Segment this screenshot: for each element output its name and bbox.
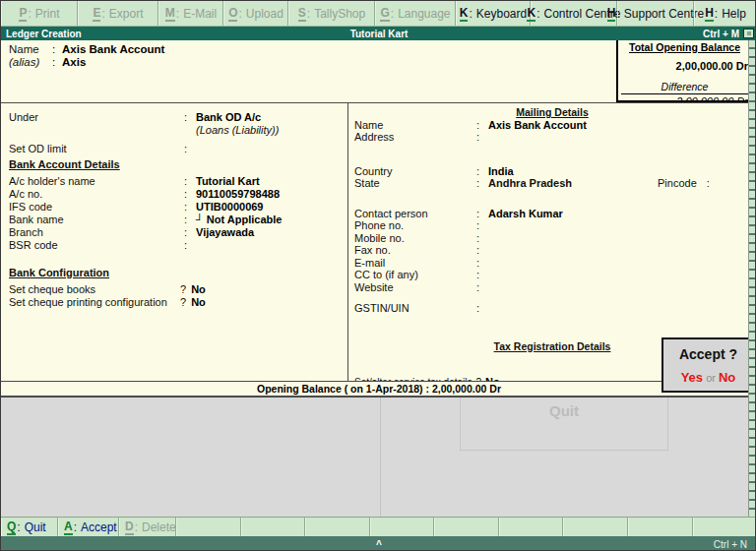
under-field[interactable]: Bank OD A/c (196, 111, 261, 124)
expand-caret-icon[interactable]: ^ (1, 539, 756, 550)
key-letter: P (19, 6, 27, 22)
statusbar-shortcut: Ctrl + N (714, 539, 747, 550)
key-letter: G (380, 6, 389, 22)
set-cheque-printing-field[interactable]: No (191, 296, 206, 309)
opening-balance-bar: Opening Balance ( on 1-Apr-2018) : 2,00,… (1, 381, 756, 398)
toolbar-button-support-centre[interactable]: H:Support Centre (617, 1, 694, 26)
key-letter: H (607, 6, 616, 22)
bsr-code-label: BSR code (9, 239, 184, 252)
empty-button-cell (370, 518, 435, 536)
key-letter: Q (7, 520, 16, 535)
set-cheque-books-field[interactable]: No (191, 283, 206, 296)
toolbar-button-tallyshop: S:TallyShop (288, 1, 375, 26)
ledger-header-section: Name : Axis Bank Account (alias) : Axis … (1, 40, 756, 102)
toolbar-button-language: G:Language (375, 1, 456, 26)
toolbar-button-control-centre[interactable]: K:Control Centre (531, 1, 617, 26)
company-name: Tutorial Kart (1, 29, 756, 39)
background-area: Quit (1, 398, 756, 517)
bank-name-label: Bank name (9, 214, 184, 226)
alias-field[interactable]: Axis (62, 56, 86, 69)
accept-no-button[interactable]: No (719, 370, 735, 385)
address-label: Address (354, 131, 476, 144)
empty-button-cell (241, 518, 306, 536)
total-opening-balance-amount: 2,00,000.00 Dr (621, 60, 748, 72)
ac-no-field[interactable]: 90110059798488 (196, 188, 280, 201)
key-letter: M (165, 6, 175, 22)
state-label: State (354, 177, 476, 190)
toolbar-button-keyboard[interactable]: K:Keyboard (456, 1, 531, 26)
set-od-limit-label: Set OD limit (9, 143, 184, 155)
delete-button: D:Delete (119, 518, 176, 536)
alias-label: (alias) (9, 56, 52, 69)
country-label: Country (354, 165, 476, 178)
ledger-form: Under : Bank OD A/c (Loans (Liability)) … (1, 102, 750, 381)
under-group-hint: (Loans (Liability)) (196, 124, 347, 137)
accept-dialog-title: Accept ? (663, 346, 753, 362)
email-label: E-mail (354, 257, 476, 270)
key-letter: O (228, 6, 237, 22)
tally-window: P:Print E:Export M:E-Mail O:Upload S:Tal… (0, 0, 756, 551)
name-field[interactable]: Axis Bank Account (62, 43, 164, 56)
country-field[interactable]: India (488, 165, 514, 178)
bank-account-details-header: Bank Account Details (9, 158, 347, 171)
ifs-code-field[interactable]: UTIB0000069 (196, 201, 264, 214)
key-letter: K (460, 6, 469, 22)
empty-button-cell (305, 518, 370, 536)
background-divider (380, 398, 381, 517)
title-bar: Ledger Creation Tutorial Kart Ctrl + M (1, 27, 756, 40)
key-letter: A (64, 520, 73, 535)
toolbar-button-upload: O:Upload (223, 1, 288, 26)
fax-no-label: Fax no. (354, 244, 476, 257)
key-letter: H (705, 6, 714, 22)
bank-configuration-header: Bank Configuration (9, 267, 347, 279)
empty-button-cell (499, 518, 564, 536)
accept-yes-button[interactable]: Yes (681, 370, 703, 385)
empty-button-cell (563, 518, 628, 536)
key-letter: S (298, 6, 306, 22)
toolbar-button-email: M:E-Mail (158, 1, 223, 26)
accept-or-text: or (706, 372, 716, 384)
background-quit-button: Quit (460, 398, 668, 451)
vertical-scrollbar[interactable] (748, 40, 755, 517)
empty-button-cell (693, 518, 756, 536)
empty-button-cell (628, 518, 693, 536)
state-field[interactable]: Andhra Pradesh (488, 177, 658, 190)
under-label: Under (9, 111, 184, 124)
mailing-details-header: Mailing Details (354, 106, 750, 119)
ac-holder-name-field[interactable]: Tutorial Kart (196, 175, 260, 188)
bank-name-field[interactable]: ┘ Not Applicable (196, 214, 282, 226)
set-cheque-books-label: Set cheque books (9, 283, 180, 296)
empty-button-cell (176, 518, 241, 536)
ac-holder-name-label: A/c holder's name (9, 175, 184, 188)
key-letter: E (93, 6, 100, 22)
toolbar-button-print: P:Print (1, 1, 78, 26)
website-label: Website (354, 281, 476, 294)
toolbar-button-export: E:Export (78, 1, 158, 26)
key-letter: D (125, 520, 134, 535)
bank-details-pane: Under : Bank OD A/c (Loans (Liability)) … (1, 103, 348, 381)
contact-person-field[interactable]: Adarsh Kumar (488, 208, 563, 220)
toolbar-button-help[interactable]: H:Help (694, 1, 756, 26)
mailing-name-label: Name (354, 119, 476, 132)
minimize-icon[interactable] (743, 29, 754, 38)
phone-no-label: Phone no. (354, 219, 476, 232)
branch-label: Branch (9, 226, 184, 239)
pincode-label: Pincode (658, 177, 697, 190)
set-cheque-printing-label: Set cheque printing configuration (9, 296, 180, 309)
difference-label: Difference (621, 81, 748, 94)
mobile-no-label: Mobile no. (354, 232, 476, 245)
ifs-code-label: IFS code (9, 201, 184, 214)
titlebar-shortcut: Ctrl + M (703, 29, 739, 39)
ac-no-label: A/c no. (9, 188, 184, 201)
bottom-button-bar: Q:Quit A:Accept D:Delete (1, 517, 756, 536)
top-toolbar: P:Print E:Export M:E-Mail O:Upload S:Tal… (1, 1, 756, 27)
total-opening-balance-box: Total Opening Balance 2,00,000.00 Dr Dif… (616, 40, 751, 102)
empty-button-cell (434, 518, 499, 536)
accept-dialog: Accept ? Yes or No (662, 337, 755, 393)
accept-button[interactable]: A:Accept (58, 518, 119, 536)
gstin-uin-label: GSTIN/UIN (354, 302, 476, 315)
quit-button[interactable]: Q:Quit (1, 518, 58, 536)
branch-field[interactable]: Vijayawada (196, 226, 254, 239)
mailing-name-field[interactable]: Axis Bank Account (488, 119, 587, 132)
cc-to-label: CC to (if any) (354, 269, 476, 281)
